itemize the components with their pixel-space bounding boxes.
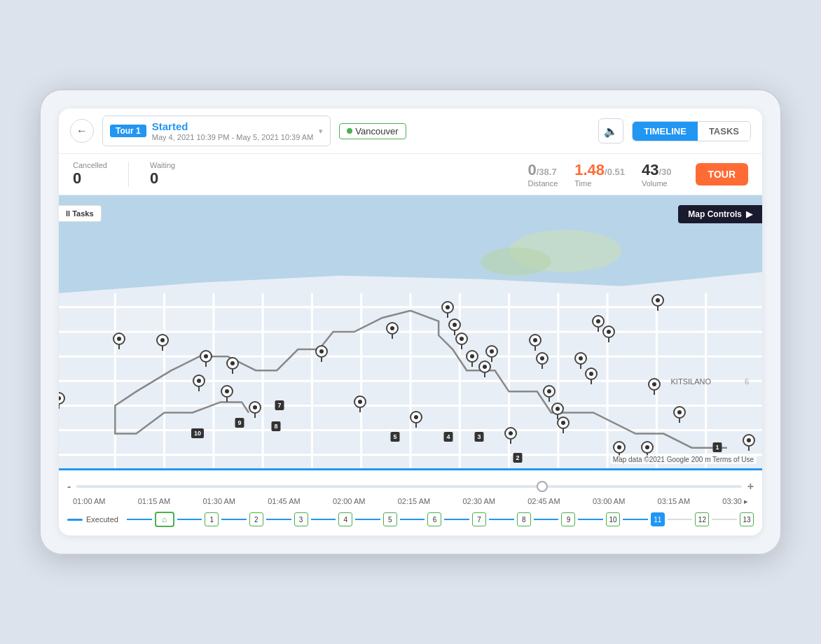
stop-6[interactable]: 6 <box>427 512 441 526</box>
map-pin[interactable] <box>226 357 240 374</box>
stop-8[interactable]: 8 <box>517 512 531 526</box>
metric-distance: 0/38.7 Distance <box>527 161 558 188</box>
distance-label: Distance <box>527 179 558 188</box>
map-container[interactable]: KITSILANO 6 .mpin { position:absolute; t… <box>59 195 762 468</box>
stop-1[interactable]: 1 <box>205 512 219 526</box>
speaker-icon: 🔈 <box>604 125 618 138</box>
map-pin[interactable] <box>528 334 542 351</box>
map-pin[interactable] <box>478 360 492 377</box>
map-label-9[interactable]: 9 <box>235 418 244 428</box>
waiting-value: 0 <box>150 169 175 188</box>
map-label-3[interactable]: 3 <box>474 432 483 442</box>
map-controls-icon: ▶ <box>746 209 752 219</box>
svg-point-36 <box>204 354 208 358</box>
stop-3[interactable]: 3 <box>294 512 308 526</box>
map-pin[interactable] <box>220 385 234 402</box>
map-pin[interactable] <box>59 392 66 409</box>
map-pin[interactable] <box>385 322 399 339</box>
map-pin[interactable] <box>651 294 665 311</box>
tour-button[interactable]: TOUR <box>696 163 748 186</box>
stop-9[interactable]: 9 <box>561 512 575 526</box>
tour-title-area[interactable]: Tour 1 Started May 4, 2021 10:39 PM - Ma… <box>102 115 331 146</box>
map-pin[interactable] <box>584 368 598 384</box>
metrics-group: 0/38.7 Distance 1.48/0.51 Time 43/30 Vol… <box>527 161 748 188</box>
speaker-button[interactable]: 🔈 <box>598 118 623 144</box>
map-pin[interactable] <box>353 396 367 412</box>
svg-point-45 <box>225 389 229 393</box>
map-pin[interactable] <box>112 332 126 349</box>
stop-5[interactable]: 5 <box>383 512 397 526</box>
device-frame: ← Tour 1 Started May 4, 2021 10:39 PM - … <box>39 89 782 555</box>
map-controls-button[interactable]: Map Controls ▶ <box>678 205 762 223</box>
map-pin[interactable] <box>647 378 661 395</box>
map-pin[interactable] <box>602 326 616 342</box>
stop-12[interactable]: 12 <box>695 512 709 526</box>
svg-rect-25 <box>166 309 212 330</box>
map-label-10[interactable]: 10 <box>191 428 204 438</box>
map-pin[interactable] <box>455 332 469 349</box>
zoom-out-button[interactable]: - <box>67 480 71 493</box>
volume-main: 43 <box>642 161 658 178</box>
connector <box>668 519 693 520</box>
tab-timeline[interactable]: TIMELINE <box>633 122 698 141</box>
map-pin[interactable] <box>556 416 570 433</box>
svg-text:KITSILANO: KITSILANO <box>670 377 711 386</box>
connector-active <box>623 519 648 520</box>
svg-point-105 <box>589 372 593 376</box>
connector <box>221 519 247 520</box>
cancelled-label: Cancelled <box>73 161 107 169</box>
map-pin[interactable] <box>315 345 329 362</box>
map-pin[interactable] <box>672 406 687 423</box>
timeline-bar-row: Executed ⌂ 1 2 3 4 5 6 <box>59 507 762 531</box>
time-value: 1.48/0.51 <box>574 161 625 179</box>
app-container: ← Tour 1 Started May 4, 2021 10:39 PM - … <box>59 108 762 536</box>
map-pin[interactable] <box>742 434 756 451</box>
tab-tasks[interactable]: TASKS <box>698 122 750 141</box>
zoom-in-button[interactable]: + <box>747 480 754 493</box>
stop-11[interactable]: 11 <box>651 512 665 526</box>
map-label-7[interactable]: 7 <box>275 400 284 410</box>
timeline-track[interactable] <box>76 485 741 488</box>
location-badge: Vancouver <box>339 123 406 139</box>
map-label-4[interactable]: 4 <box>443 432 453 442</box>
timeline-thumb[interactable] <box>537 481 548 492</box>
back-button[interactable]: ← <box>70 119 94 143</box>
map-pin[interactable] <box>248 401 262 418</box>
timeline-labels: 01:00 AM 01:15 AM 01:30 AM 01:45 AM 02:0… <box>59 496 762 507</box>
stop-4[interactable]: 4 <box>338 512 352 526</box>
map-pin[interactable] <box>504 427 518 444</box>
svg-point-63 <box>414 415 418 419</box>
metric-volume: 43/30 Volume <box>642 161 672 188</box>
map-label-1[interactable]: 1 <box>712 442 722 452</box>
map-pin[interactable] <box>441 301 455 318</box>
cancelled-value: 0 <box>73 169 107 188</box>
map-pin[interactable] <box>542 385 556 402</box>
map-pin[interactable] <box>485 345 499 362</box>
svg-point-69 <box>453 323 457 327</box>
map-label-2[interactable]: 2 <box>513 453 522 463</box>
stop-2[interactable]: 2 <box>249 512 263 526</box>
all-tasks-button[interactable]: ll Tasks <box>59 205 102 222</box>
executed-legend: Executed <box>67 515 118 524</box>
map-pin[interactable] <box>574 352 588 369</box>
connector <box>355 519 380 520</box>
timeline-stops: ⌂ 1 2 3 4 5 6 7 8 <box>127 512 754 527</box>
stop-7[interactable]: 7 <box>472 512 486 526</box>
distance-sub: /38.7 <box>537 167 557 177</box>
stop-10[interactable]: 10 <box>606 512 620 526</box>
map-pin[interactable] <box>535 352 549 369</box>
waiting-label: Waiting <box>150 161 175 169</box>
time-label-0: 01:00 AM <box>73 497 105 506</box>
map-pin[interactable] <box>465 350 479 367</box>
map-pin[interactable] <box>409 411 423 428</box>
map-label-8[interactable]: 8 <box>271 421 280 431</box>
time-label-4: 02:00 AM <box>333 497 365 506</box>
map-pin[interactable] <box>192 374 206 391</box>
map-pin[interactable] <box>156 334 170 351</box>
time-label-2: 01:30 AM <box>202 497 235 506</box>
map-pin[interactable] <box>199 350 213 367</box>
stop-13[interactable]: 13 <box>740 512 754 526</box>
map-label-5[interactable]: 5 <box>390 432 399 442</box>
back-icon: ← <box>76 125 88 137</box>
stop-home[interactable]: ⌂ <box>155 512 174 527</box>
